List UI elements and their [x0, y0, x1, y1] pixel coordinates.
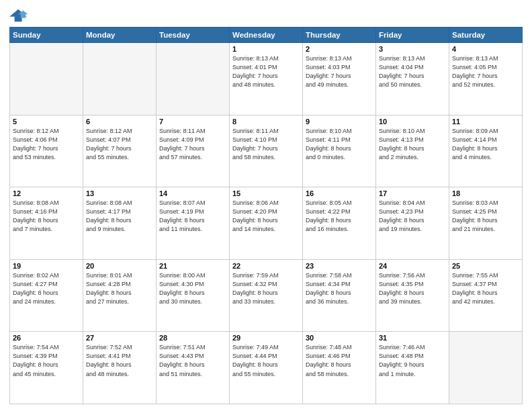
header	[9, 8, 523, 23]
day-number: 3	[379, 45, 446, 53]
calendar-cell: 30Sunrise: 7:48 AMSunset: 4:46 PMDayligh…	[303, 332, 376, 404]
calendar-cell	[449, 332, 523, 404]
cell-line: Sunrise: 7:56 AM	[379, 271, 446, 280]
calendar-cell: 7Sunrise: 8:11 AMSunset: 4:09 PMDaylight…	[157, 115, 230, 187]
cell-line: Daylight: 8 hours	[86, 361, 153, 369]
cell-line: Daylight: 8 hours	[232, 216, 300, 225]
page: SundayMondayTuesdayWednesdayThursdayFrid…	[0, 0, 532, 411]
day-number: 14	[159, 189, 226, 197]
cell-line: Sunset: 4:19 PM	[159, 208, 226, 216]
calendar-cell: 8Sunrise: 8:11 AMSunset: 4:10 PMDaylight…	[230, 115, 303, 187]
weekday-header: Saturday	[449, 28, 523, 43]
logo	[9, 8, 31, 23]
cell-text: Sunrise: 8:03 AMSunset: 4:25 PMDaylight:…	[452, 199, 519, 234]
cell-line: Sunrise: 8:10 AM	[306, 127, 373, 136]
day-number: 27	[86, 334, 153, 342]
cell-line: and 14 minutes.	[232, 225, 300, 234]
weekday-header: Sunday	[10, 28, 83, 43]
cell-line: Sunrise: 8:12 AM	[13, 127, 80, 136]
calendar-cell: 16Sunrise: 8:05 AMSunset: 4:22 PMDayligh…	[303, 187, 376, 260]
calendar-cell: 24Sunrise: 7:56 AMSunset: 4:35 PMDayligh…	[376, 259, 449, 332]
calendar-week-row: 12Sunrise: 8:08 AMSunset: 4:16 PMDayligh…	[10, 187, 523, 260]
day-number: 17	[379, 189, 446, 197]
cell-line: Sunset: 4:05 PM	[452, 63, 519, 72]
day-number: 9	[306, 118, 373, 126]
cell-text: Sunrise: 8:12 AMSunset: 4:07 PMDaylight:…	[86, 127, 153, 162]
cell-line: Daylight: 8 hours	[452, 216, 519, 225]
weekday-header: Monday	[83, 28, 157, 43]
cell-line: Sunrise: 8:11 AM	[232, 127, 300, 136]
cell-line: Sunset: 4:06 PM	[13, 136, 80, 144]
cell-line: Sunrise: 8:05 AM	[306, 199, 373, 208]
cell-text: Sunrise: 7:51 AMSunset: 4:43 PMDaylight:…	[159, 343, 226, 378]
day-number: 31	[379, 334, 446, 342]
cell-text: Sunrise: 8:13 AMSunset: 4:01 PMDaylight:…	[232, 54, 300, 89]
day-number: 16	[306, 189, 373, 197]
cell-line: and 4 minutes.	[452, 153, 519, 162]
cell-line: Sunset: 4:11 PM	[306, 136, 373, 144]
cell-line: Sunrise: 8:11 AM	[159, 127, 226, 136]
cell-text: Sunrise: 8:08 AMSunset: 4:16 PMDaylight:…	[13, 199, 80, 234]
weekday-header: Thursday	[303, 28, 376, 43]
day-number: 10	[379, 118, 446, 126]
cell-line: Daylight: 8 hours	[159, 289, 226, 298]
cell-line: Daylight: 8 hours	[452, 289, 519, 298]
cell-line: and 11 minutes.	[159, 225, 226, 234]
cell-line: Daylight: 7 hours	[13, 144, 80, 153]
day-number: 19	[13, 262, 80, 270]
cell-line: Daylight: 8 hours	[159, 216, 226, 225]
calendar-table: SundayMondayTuesdayWednesdayThursdayFrid…	[9, 27, 523, 404]
cell-text: Sunrise: 7:52 AMSunset: 4:41 PMDaylight:…	[86, 343, 153, 378]
cell-text: Sunrise: 8:11 AMSunset: 4:10 PMDaylight:…	[232, 127, 300, 162]
cell-line: Daylight: 8 hours	[306, 216, 373, 225]
cell-text: Sunrise: 8:05 AMSunset: 4:22 PMDaylight:…	[306, 199, 373, 234]
cell-line: Sunrise: 7:54 AM	[13, 343, 80, 352]
cell-line: Sunrise: 8:13 AM	[232, 54, 300, 63]
calendar-week-row: 26Sunrise: 7:54 AMSunset: 4:39 PMDayligh…	[10, 332, 523, 404]
cell-line: and 2 minutes.	[379, 153, 446, 162]
cell-line: Sunrise: 7:51 AM	[159, 343, 226, 352]
day-number: 20	[86, 262, 153, 270]
day-number: 21	[159, 262, 226, 270]
cell-line: Sunset: 4:37 PM	[452, 280, 519, 289]
cell-line: Sunset: 4:43 PM	[159, 352, 226, 361]
cell-line: Sunrise: 7:49 AM	[232, 343, 300, 352]
cell-line: Daylight: 8 hours	[232, 289, 300, 298]
cell-line: Daylight: 8 hours	[13, 361, 80, 369]
cell-line: and 30 minutes.	[159, 298, 226, 306]
cell-line: Sunset: 4:23 PM	[379, 208, 446, 216]
cell-line: Daylight: 8 hours	[306, 289, 373, 298]
cell-text: Sunrise: 8:01 AMSunset: 4:28 PMDaylight:…	[86, 271, 153, 306]
cell-line: Sunrise: 8:10 AM	[379, 127, 446, 136]
day-number: 4	[452, 45, 519, 53]
day-number: 15	[232, 189, 300, 197]
day-number: 6	[86, 118, 153, 126]
calendar-cell: 2Sunrise: 8:13 AMSunset: 4:03 PMDaylight…	[303, 43, 376, 116]
cell-line: Daylight: 9 hours	[379, 361, 446, 369]
cell-line: Sunrise: 8:08 AM	[13, 199, 80, 208]
cell-line: Sunset: 4:22 PM	[306, 208, 373, 216]
calendar-cell: 25Sunrise: 7:55 AMSunset: 4:37 PMDayligh…	[449, 259, 523, 332]
cell-line: and 19 minutes.	[379, 225, 446, 234]
cell-line: and 9 minutes.	[86, 225, 153, 234]
calendar-cell: 26Sunrise: 7:54 AMSunset: 4:39 PMDayligh…	[10, 332, 83, 404]
cell-line: and 51 minutes.	[159, 370, 226, 379]
cell-line: Sunrise: 8:13 AM	[452, 54, 519, 63]
calendar-week-row: 19Sunrise: 8:02 AMSunset: 4:27 PMDayligh…	[10, 259, 523, 332]
cell-line: Sunset: 4:16 PM	[13, 208, 80, 216]
day-number: 24	[379, 262, 446, 270]
cell-line: Sunrise: 7:55 AM	[452, 271, 519, 280]
cell-line: Sunset: 4:17 PM	[86, 208, 153, 216]
cell-line: and 33 minutes.	[232, 298, 300, 306]
cell-line: Sunset: 4:34 PM	[306, 280, 373, 289]
weekday-header: Wednesday	[230, 28, 303, 43]
cell-line: Sunset: 4:09 PM	[159, 136, 226, 144]
cell-line: and 16 minutes.	[306, 225, 373, 234]
calendar-cell: 13Sunrise: 8:08 AMSunset: 4:17 PMDayligh…	[83, 187, 157, 260]
cell-line: and 58 minutes.	[306, 370, 373, 379]
day-number: 23	[306, 262, 373, 270]
calendar-cell: 3Sunrise: 8:13 AMSunset: 4:04 PMDaylight…	[376, 43, 449, 116]
calendar-cell: 1Sunrise: 8:13 AMSunset: 4:01 PMDaylight…	[230, 43, 303, 116]
cell-line: Sunset: 4:01 PM	[232, 63, 300, 72]
cell-line: Sunrise: 7:48 AM	[306, 343, 373, 352]
